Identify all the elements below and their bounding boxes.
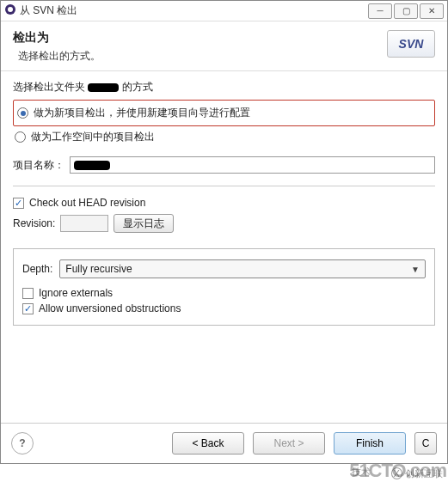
window-controls: ─ ▢ ✕ [366, 3, 444, 19]
back-button[interactable]: < Back [172, 432, 244, 455]
depth-select[interactable]: Fully recursive ▼ [59, 259, 426, 278]
radio-workspace[interactable] [15, 131, 26, 143]
radio-new-project[interactable] [17, 107, 28, 119]
show-log-button[interactable]: 显示日志 [114, 214, 174, 233]
divider [13, 186, 435, 186]
ignore-externals-row[interactable]: Ignore externals [22, 285, 426, 301]
next-label: Next > [273, 437, 304, 449]
project-name-input[interactable] [70, 156, 435, 174]
cancel-label: C [422, 437, 430, 449]
checkbox-allow-unversioned[interactable] [22, 303, 34, 314]
next-button[interactable]: Next > [253, 432, 325, 455]
highlighted-option: 做为新项目检出，并使用新建项目向导进行配置 [13, 100, 435, 126]
radio-workspace-row[interactable]: 做为工作空间中的项目检出 [13, 126, 435, 148]
head-revision-row[interactable]: Check out HEAD revision [13, 195, 435, 210]
checkbox-ignore-externals[interactable] [22, 288, 34, 299]
minimize-button[interactable]: ─ [368, 3, 392, 19]
radio-new-project-label: 做为新项目检出，并使用新建项目向导进行配置 [34, 106, 250, 120]
revision-row: Revision: 显示日志 [13, 214, 435, 233]
method-label-suffix: 的方式 [122, 81, 153, 93]
banner: 检出为 选择检出的方式。 SVN [1, 21, 447, 71]
titlebar: 从 SVN 检出 ─ ▢ ✕ [1, 1, 447, 21]
revision-input[interactable] [60, 215, 108, 232]
allow-unversioned-row[interactable]: Allow unversioned obstructions [22, 301, 426, 316]
depth-label: Depth: [22, 263, 52, 275]
content-area: 选择检出文件夹 的方式 做为新项目检出，并使用新建项目向导进行配置 做为工作空间… [1, 71, 447, 423]
app-icon [4, 3, 16, 18]
depth-group: Depth: Fully recursive ▼ Ignore external… [13, 248, 435, 326]
page-subtitle: 选择检出的方式。 [18, 49, 387, 64]
chevron-down-icon: ▼ [411, 265, 420, 274]
page-title: 检出为 [13, 30, 387, 46]
depth-row: Depth: Fully recursive ▼ [22, 259, 426, 278]
project-name-label: 项目名称： [13, 158, 64, 173]
watermark-brand: X 创新互联 [391, 467, 443, 480]
dialog-window: 从 SVN 检出 ─ ▢ ✕ 检出为 选择检出的方式。 SVN 选择检出文件夹 … [0, 0, 448, 464]
allow-unversioned-label: Allow unversioned obstructions [39, 302, 181, 314]
help-button[interactable]: ? [11, 432, 34, 455]
window-title: 从 SVN 检出 [20, 3, 366, 18]
footer: ? < Back Next > Finish C [1, 423, 447, 463]
cancel-button[interactable]: C [414, 432, 437, 455]
method-label: 选择检出文件夹 的方式 [13, 80, 435, 95]
depth-value: Fully recursive [65, 263, 132, 275]
maximize-button[interactable]: ▢ [394, 3, 418, 19]
project-name-row: 项目名称： [13, 156, 435, 174]
show-log-label: 显示日志 [123, 217, 164, 231]
finish-button[interactable]: Finish [334, 432, 406, 455]
revision-label: Revision: [13, 217, 55, 229]
radio-new-project-row[interactable]: 做为新项目检出，并使用新建项目向导进行配置 [15, 102, 433, 124]
svn-logo: SVN [387, 30, 435, 58]
method-label-prefix: 选择检出文件夹 [13, 81, 85, 93]
redacted-project-name [74, 161, 110, 170]
checkbox-head-revision[interactable] [13, 198, 24, 209]
radio-workspace-label: 做为工作空间中的项目检出 [31, 130, 155, 144]
finish-label: Finish [356, 437, 384, 449]
head-revision-label: Check out HEAD revision [29, 197, 145, 209]
redacted-folder-name [88, 83, 119, 92]
svg-point-1 [8, 7, 13, 12]
close-button[interactable]: ✕ [420, 3, 444, 19]
watermark-sub: 技术 [352, 466, 371, 479]
ignore-externals-label: Ignore externals [39, 287, 113, 299]
back-label: < Back [192, 437, 224, 449]
